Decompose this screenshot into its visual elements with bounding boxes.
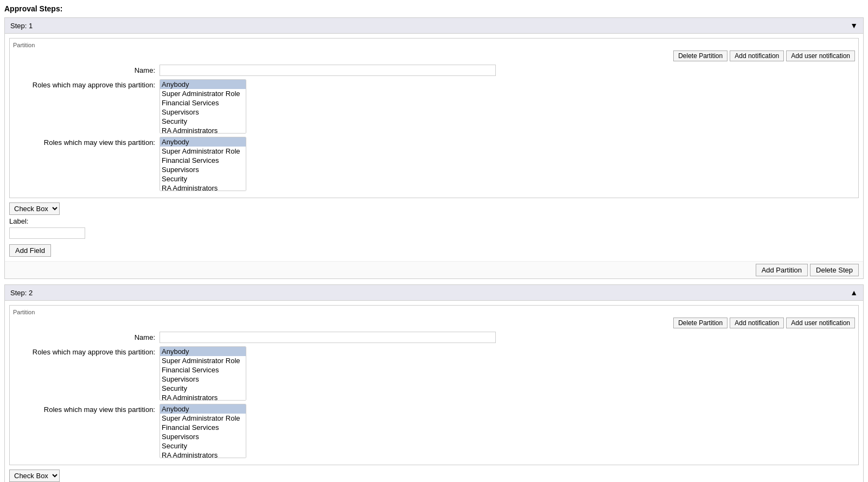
step-1-approve-label: Roles which may approve this partition:	[13, 79, 159, 89]
step-1-add-user-notification-button[interactable]: Add user notification	[786, 50, 855, 61]
step-2-partition-label: Partition	[13, 309, 855, 315]
step-1-title: Step: 1	[10, 22, 33, 30]
step-2-approve-select[interactable]: AnybodySuper Administrator RoleFinancial…	[159, 346, 246, 401]
step-1-field-type-select[interactable]: Check BoxText FieldDate Field	[9, 202, 60, 215]
step-2-field-type-select[interactable]: Check BoxText FieldDate Field	[9, 470, 60, 482]
step-1-view-label: Roles which may view this partition:	[13, 137, 159, 147]
step-2-approve-label: Roles which may approve this partition:	[13, 346, 159, 356]
step-2-partition-buttons: Delete PartitionAdd notificationAdd user…	[13, 318, 855, 328]
step-1-view-select[interactable]: AnybodySuper Administrator RoleFinancial…	[159, 137, 246, 191]
step-2-name-input[interactable]	[159, 332, 496, 343]
step-2-add-notification-button[interactable]: Add notification	[730, 318, 784, 328]
step-1-add-field-wrap: Add Field	[5, 241, 863, 261]
step-2-delete-button[interactable]: Delete Partition	[673, 318, 727, 328]
step-1-name-row: Name:	[13, 65, 855, 76]
step-1-name-input[interactable]	[159, 65, 496, 76]
step-1-label-input[interactable]	[9, 227, 85, 239]
step-1-field-type-row: Check BoxText FieldDate Field	[5, 202, 863, 215]
step-1: Step: 1▼PartitionDelete PartitionAdd not…	[4, 17, 864, 279]
step-2: Step: 2▲PartitionDelete PartitionAdd not…	[4, 284, 864, 482]
step-2-title: Step: 2	[10, 289, 33, 297]
step-1-partition-buttons: Delete PartitionAdd notificationAdd user…	[13, 50, 855, 61]
step-1-partition-label: Partition	[13, 42, 855, 48]
step-1-label-label: Label:	[9, 217, 859, 225]
step-2-arrow[interactable]: ▲	[850, 288, 858, 297]
step-1-delete-step-button[interactable]: Delete Step	[810, 264, 859, 276]
step-2-name-row: Name:	[13, 332, 855, 343]
step-2-name-label: Name:	[13, 332, 159, 341]
step-1-header: Step: 1▼	[5, 18, 863, 34]
step-1-name-label: Name:	[13, 65, 159, 74]
step-2-add-user-notification-button[interactable]: Add user notification	[786, 318, 855, 328]
step-1-partition: PartitionDelete PartitionAdd notificatio…	[9, 38, 859, 198]
page-wrapper: Approval Steps: Step: 1▼PartitionDelete …	[0, 0, 868, 482]
step-2-header: Step: 2▲	[5, 285, 863, 301]
step-1-view-row: Roles which may view this partition:Anyb…	[13, 137, 855, 191]
step-2-view-label: Roles which may view this partition:	[13, 404, 159, 414]
step-2-view-row: Roles which may view this partition:Anyb…	[13, 404, 855, 458]
step-1-label-section: Label:	[5, 217, 863, 241]
step-1-delete-button[interactable]: Delete Partition	[673, 50, 727, 61]
step-2-partition: PartitionDelete PartitionAdd notificatio…	[9, 305, 859, 465]
step-1-approve-row: Roles which may approve this partition:A…	[13, 79, 855, 134]
step-1-add-field-button[interactable]: Add Field	[9, 244, 51, 257]
step-1-add-notification-button[interactable]: Add notification	[730, 50, 784, 61]
step-1-add-partition-button[interactable]: Add Partition	[756, 264, 808, 276]
step-2-approve-row: Roles which may approve this partition:A…	[13, 346, 855, 401]
steps-container: Step: 1▼PartitionDelete PartitionAdd not…	[4, 17, 864, 482]
step-2-view-select[interactable]: AnybodySuper Administrator RoleFinancial…	[159, 404, 246, 458]
page-title: Approval Steps:	[4, 4, 864, 13]
step-1-footer: Add PartitionDelete Step	[5, 261, 863, 278]
step-1-arrow[interactable]: ▼	[850, 21, 858, 30]
step-1-approve-select[interactable]: AnybodySuper Administrator RoleFinancial…	[159, 79, 246, 134]
step-2-field-type-row: Check BoxText FieldDate Field	[5, 470, 863, 482]
